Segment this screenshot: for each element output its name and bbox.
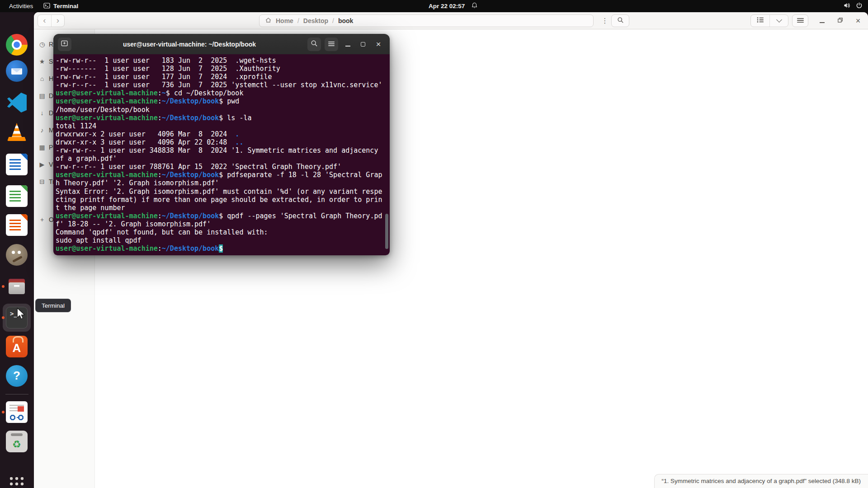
breadcrumb-desktop[interactable]: Desktop — [303, 17, 328, 24]
terminal-menu-button[interactable] — [325, 38, 338, 51]
dock-item-thunderbird[interactable] — [6, 60, 28, 82]
dock-item-writer[interactable] — [6, 154, 28, 175]
main-menu-button[interactable] — [792, 14, 808, 27]
dock-tooltip-label: Terminal — [42, 302, 65, 309]
selection-status-bar: “1. Symmetric matrices and adjacency of … — [654, 474, 868, 488]
search-icon — [617, 17, 624, 25]
other-locations-icon: + — [38, 216, 46, 223]
terminal-line: drwxrwxr-x 2 user user 4096 Mar 8 2024 . — [56, 130, 390, 138]
dock-item-gimp[interactable] — [6, 244, 28, 266]
breadcrumb[interactable]: Home / Desktop / book — [259, 14, 594, 27]
terminal-titlebar[interactable]: user@user-virtual-machine: ~/Desktop/boo… — [53, 34, 390, 54]
list-view-icon — [757, 17, 764, 25]
breadcrumb-current[interactable]: book — [338, 17, 353, 24]
trash-icon — [6, 431, 28, 452]
terminal-screen[interactable]: -rw-rw-r-- 1 user user 183 Jun 2 2025 .w… — [53, 54, 390, 255]
terminal-search-button[interactable] — [307, 38, 321, 51]
activities-label: Activities — [9, 3, 33, 9]
dock-item-vlc[interactable] — [6, 122, 28, 143]
new-tab-button[interactable] — [58, 38, 71, 51]
forward-button[interactable]: › — [51, 15, 64, 27]
terminal-line: user@user-virtual-machine:~$ cd ~/Deskto… — [56, 89, 390, 97]
vlc-icon — [6, 122, 28, 143]
back-button[interactable]: ‹ — [38, 15, 51, 27]
dock-item-files[interactable] — [6, 276, 28, 297]
breadcrumb-home[interactable]: Home — [276, 17, 293, 24]
breadcrumb-separator: / — [297, 17, 299, 24]
gimp-icon — [6, 244, 28, 266]
terminal-output: -rw-rw-r-- 1 user user 183 Jun 2 2025 .w… — [56, 56, 390, 253]
focused-app-name: Terminal — [53, 3, 78, 9]
path-options-kebab-button[interactable]: ⋮ — [600, 14, 610, 27]
recent-icon: ◷ — [38, 41, 46, 48]
close-button[interactable]: × — [853, 15, 863, 26]
trash-icon: ⊟ — [38, 178, 46, 185]
dock-item-impress[interactable] — [6, 214, 28, 236]
activities-button[interactable]: Activities — [6, 0, 36, 12]
terminal-minimize-button[interactable] — [342, 38, 354, 50]
terminal-window-icon — [43, 3, 50, 10]
running-indicator — [2, 285, 5, 288]
new-tab-icon — [61, 40, 68, 48]
starred-icon: ★ — [38, 58, 46, 65]
terminal-line: user@user-virtual-machine:~/Desktop/book… — [56, 97, 390, 105]
list-view-button[interactable] — [751, 15, 769, 27]
documents-icon: ▤ — [38, 92, 46, 99]
dock-item-evince[interactable] — [6, 401, 28, 423]
appgrid-icon — [10, 477, 24, 488]
minimize-icon — [345, 46, 350, 47]
terminal-close-button[interactable]: × — [373, 38, 384, 50]
clock-menu[interactable]: Apr 22 02:57 — [429, 0, 478, 12]
music-icon: ♪ — [38, 127, 46, 134]
vscode-icon — [6, 92, 28, 113]
terminal-line: total 1124 — [56, 122, 390, 130]
hamburger-icon — [328, 40, 335, 48]
terminal-line: Command 'qpdf' not found, but can be ins… — [56, 228, 390, 236]
terminal-line: Syntax Error: '2. Graph isomorphism.pdf'… — [56, 188, 390, 196]
thunderbird-icon — [6, 60, 28, 82]
volume-icon — [843, 2, 850, 10]
calc-icon — [6, 185, 28, 207]
impress-icon — [6, 214, 28, 236]
terminal-line: /home/user/Desktop/book — [56, 106, 390, 114]
dock-item-software[interactable] — [6, 336, 28, 357]
terminal-line: -rw-rw-r-- 1 user user 177 Jun 7 2024 .x… — [56, 73, 390, 81]
files-icon — [6, 276, 28, 297]
dock-separator — [5, 394, 28, 394]
help-icon — [6, 365, 28, 387]
notification-bell-icon — [471, 2, 478, 10]
dock-item-chrome[interactable] — [6, 34, 28, 56]
terminal-window: user@user-virtual-machine: ~/Desktop/boo… — [53, 34, 390, 255]
dock-item-help[interactable] — [6, 365, 28, 387]
dock-item-calc[interactable] — [6, 185, 28, 207]
dock-item-trash[interactable] — [6, 431, 28, 452]
terminal-line: cting printf format) if more than one pa… — [56, 196, 390, 204]
chrome-icon — [6, 34, 28, 56]
home-icon — [265, 17, 272, 25]
terminal-line: -rw-r--r-- 1 user user 736 Jun 7 2025 'y… — [56, 81, 390, 89]
home-icon: ⌂ — [38, 75, 46, 82]
restore-button[interactable] — [835, 15, 845, 26]
terminal-line: t the page number — [56, 204, 390, 212]
history-nav-group: ‹ › — [38, 14, 65, 27]
terminal-line: user@user-virtual-machine:~/Desktop/book… — [56, 244, 390, 253]
writer-icon — [6, 154, 28, 175]
terminal-line: -rw-rw-r-- 1 user user 348838 Mar 8 2024… — [56, 146, 390, 155]
focused-app-indicator[interactable]: Terminal — [43, 0, 78, 12]
terminal-scrollbar[interactable] — [385, 214, 388, 249]
dock-item-vscode[interactable] — [6, 92, 28, 113]
view-toggle-split-button — [750, 14, 788, 27]
chevron-down-icon — [776, 17, 782, 23]
running-indicator — [2, 316, 5, 319]
terminal-maximize-button[interactable] — [357, 38, 369, 50]
mouse-cursor — [16, 307, 26, 323]
dock-item-appgrid[interactable] — [6, 473, 28, 488]
restore-icon — [837, 17, 843, 25]
close-icon: × — [376, 40, 381, 48]
minimize-button[interactable] — [816, 15, 827, 26]
view-options-button[interactable] — [769, 15, 788, 27]
search-button[interactable] — [611, 14, 629, 27]
terminal-line: of a graph.pdf' — [56, 155, 390, 163]
evince-icon — [6, 401, 28, 423]
system-status-area[interactable] — [843, 0, 864, 12]
